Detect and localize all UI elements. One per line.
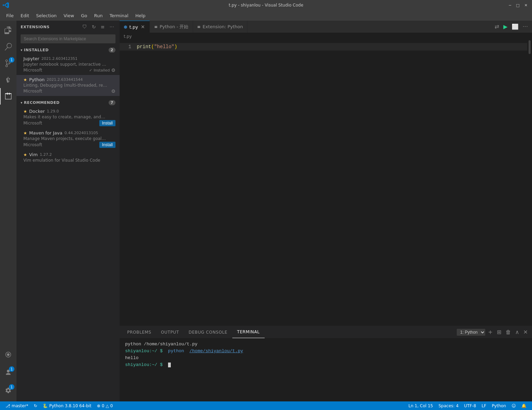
status-errors[interactable]: ⊗ 0 △ 0 bbox=[94, 401, 116, 410]
menu-view[interactable]: View bbox=[61, 12, 77, 20]
kill-terminal-icon[interactable]: 🗑 bbox=[504, 328, 512, 336]
ext-jupyter-gear-icon[interactable]: ⚙ bbox=[111, 67, 115, 73]
tab-tpy-close[interactable]: ✕ bbox=[140, 24, 146, 30]
ext-jupyter-status: ✓ Installed ⚙ bbox=[89, 67, 115, 73]
collapse-all-icon[interactable]: ≡ bbox=[99, 23, 106, 30]
menu-run[interactable]: Run bbox=[91, 12, 106, 20]
activity-run-debug[interactable] bbox=[0, 72, 16, 88]
tab-python-start-label: Python - 开始 bbox=[159, 24, 188, 30]
extension-vim[interactable]: ★ Vim 1.27.2 Vim emulation for Visual St… bbox=[16, 150, 120, 165]
status-encoding[interactable]: UTF-8 bbox=[461, 403, 479, 408]
status-language[interactable]: Python bbox=[489, 403, 509, 408]
split-editor-icon[interactable]: ⇄ bbox=[493, 23, 500, 31]
menu-selection[interactable]: Selection bbox=[33, 12, 59, 20]
menu-go[interactable]: Go bbox=[78, 12, 90, 20]
tab-toolbar: ⇄ ▶ ⬜ ··· bbox=[490, 23, 532, 31]
sync-icon: ↻ bbox=[34, 403, 37, 408]
tab-tpy-label: t.py bbox=[129, 24, 138, 30]
extension-maven[interactable]: ★ Maven for Java 0.44.2024013105 Manage … bbox=[16, 128, 120, 150]
more-editor-actions-icon[interactable]: ··· bbox=[521, 23, 529, 31]
status-spaces[interactable]: Spaces: 4 bbox=[436, 403, 461, 408]
ext-python-publisher: Microsoft bbox=[23, 89, 42, 94]
panel-tab-terminal[interactable]: TERMINAL bbox=[232, 326, 265, 338]
extension-jupyter[interactable]: Jupyter 2021.2.603412351 Jupyter noteboo… bbox=[16, 54, 120, 75]
recommended-label: RECOMMENDED bbox=[24, 100, 60, 105]
encoding-text: UTF-8 bbox=[464, 403, 476, 408]
status-eol[interactable]: LF bbox=[479, 403, 489, 408]
sidebar-header: EXTENSIONS ⛉ ↻ ≡ ··· bbox=[16, 21, 120, 33]
spaces-text: Spaces: 4 bbox=[439, 403, 458, 408]
activity-search[interactable] bbox=[0, 39, 16, 55]
menu-file[interactable]: File bbox=[3, 12, 16, 20]
maximize-panel-icon[interactable]: ∧ bbox=[514, 328, 521, 336]
editor-scrollbar[interactable] bbox=[527, 40, 532, 326]
terminal-selector[interactable]: 1: Python bbox=[457, 329, 485, 336]
tab-extension-python[interactable]: ≡ Extension: Python bbox=[193, 21, 247, 33]
terminal-line-3: hello bbox=[125, 355, 527, 362]
recommended-section-header[interactable]: ▾ RECOMMENDED 7 bbox=[16, 99, 120, 107]
activity-remote[interactable] bbox=[0, 346, 16, 363]
bell-icon: 🔔 bbox=[521, 403, 527, 408]
panel-tab-debug-console[interactable]: DEBUG CONSOLE bbox=[184, 326, 232, 338]
error-icon: ⊗ bbox=[97, 403, 100, 408]
window-title: t.py - shiyanlou - Visual Studio Code bbox=[229, 3, 303, 8]
refresh-icon[interactable]: ↻ bbox=[90, 23, 97, 30]
installed-chevron-icon: ▾ bbox=[21, 48, 23, 52]
ext-docker-install-button[interactable]: Install bbox=[99, 120, 115, 126]
maximize-button[interactable]: □ bbox=[514, 2, 521, 8]
ext-docker-footer: Microsoft Install bbox=[23, 120, 115, 126]
window-controls: ─ □ ✕ bbox=[507, 2, 529, 8]
ext-python-footer: Microsoft ⚙ bbox=[23, 88, 115, 94]
sidebar: EXTENSIONS ⛉ ↻ ≡ ··· ▾ INSTALLED 2 Jupyt… bbox=[16, 21, 120, 401]
activity-explorer[interactable] bbox=[0, 22, 16, 39]
ext-python-gear-icon[interactable]: ⚙ bbox=[111, 88, 115, 94]
ext-docker-publisher: Microsoft bbox=[23, 121, 42, 126]
status-cursor-position[interactable]: Ln 1, Col 15 bbox=[406, 403, 436, 408]
terminal-line-1: python /home/shiyanlou/t.py bbox=[125, 341, 527, 348]
recommended-chevron-icon: ▾ bbox=[21, 101, 23, 105]
menu-help[interactable]: Help bbox=[133, 12, 148, 20]
panel-tab-output[interactable]: OUTPUT bbox=[156, 326, 184, 338]
close-panel-icon[interactable]: ✕ bbox=[522, 328, 529, 336]
extension-python[interactable]: ★ Python 2021.2.633441544 Linting, Debug… bbox=[16, 75, 120, 96]
activity-accounts[interactable]: 1 bbox=[0, 364, 16, 381]
new-terminal-icon[interactable]: + bbox=[487, 328, 494, 336]
sidebar-title: EXTENSIONS bbox=[21, 25, 49, 29]
run-file-icon[interactable]: ▶ bbox=[502, 23, 509, 31]
menu-edit[interactable]: Edit bbox=[18, 12, 32, 20]
split-terminal-icon[interactable]: ⊞ bbox=[495, 328, 502, 336]
ext-maven-footer: Microsoft Install bbox=[23, 142, 115, 148]
tab-python-start[interactable]: ≡ Python - 开始 bbox=[150, 21, 193, 33]
close-button[interactable]: ✕ bbox=[523, 2, 529, 8]
status-bell[interactable]: 🔔 bbox=[519, 403, 529, 408]
panel-tab-problems[interactable]: PROBLEMS bbox=[122, 326, 156, 338]
terminal-content[interactable]: python /home/shiyanlou/t.py shiyanlou:~/… bbox=[120, 338, 532, 401]
ext-jupyter-header: Jupyter 2021.2.603412351 bbox=[23, 56, 115, 61]
terminal-text-3: hello bbox=[125, 355, 138, 360]
status-python-text: Python 3.8.10 64-bit bbox=[49, 403, 91, 408]
ext-python-header: ★ Python 2021.2.633441544 bbox=[23, 77, 115, 82]
code-editor[interactable]: 1 print("hello") bbox=[120, 40, 527, 326]
more-actions-icon[interactable]: ··· bbox=[108, 23, 115, 30]
activity-extensions[interactable] bbox=[0, 88, 16, 105]
extension-docker[interactable]: ★ Docker 1.29.0 Makes it easy to create,… bbox=[16, 107, 120, 128]
status-feedback[interactable]: ☺ bbox=[509, 403, 519, 408]
extensions-search-input[interactable] bbox=[21, 34, 115, 43]
status-branch[interactable]: ⎇ master* bbox=[3, 401, 31, 410]
installed-section-header[interactable]: ▾ INSTALLED 2 bbox=[16, 46, 120, 54]
activity-source-control[interactable]: 1 bbox=[0, 55, 16, 72]
minimize-button[interactable]: ─ bbox=[507, 2, 513, 8]
cursor-position-text: Ln 1, Col 15 bbox=[408, 403, 433, 408]
status-python-version[interactable]: 🐍 Python 3.8.10 64-bit bbox=[40, 401, 94, 410]
code-editor-wrapper: 1 print("hello") bbox=[120, 40, 532, 326]
tab-tpy[interactable]: ● t.py ✕ bbox=[120, 21, 150, 33]
ext-maven-install-button[interactable]: Install bbox=[99, 142, 115, 148]
activity-settings[interactable]: 1 bbox=[0, 382, 16, 399]
ext-maven-star-icon: ★ bbox=[23, 131, 27, 136]
filter-icon[interactable]: ⛉ bbox=[81, 23, 88, 30]
scrollbar-thumb bbox=[529, 40, 531, 54]
status-sync[interactable]: ↻ bbox=[31, 401, 40, 410]
eol-text: LF bbox=[481, 403, 486, 408]
menu-terminal[interactable]: Terminal bbox=[107, 12, 131, 20]
toggle-panel-icon[interactable]: ⬜ bbox=[510, 23, 520, 31]
